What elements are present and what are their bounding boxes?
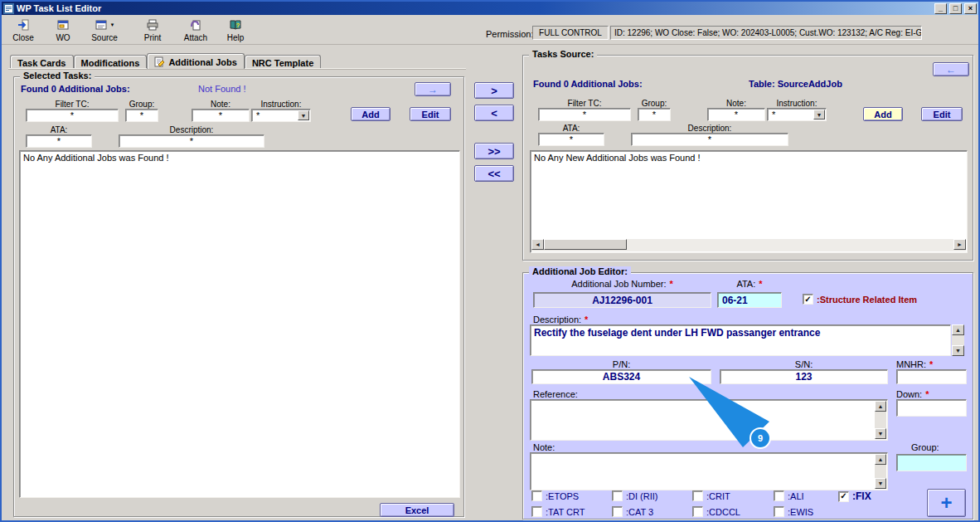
source-description-filter-field[interactable]: * — [631, 133, 788, 146]
check-icon: ✓ — [804, 295, 811, 304]
source-tasks-list[interactable]: No Any New Additional Jobs was Found ! ◄… — [530, 150, 968, 253]
source-filter-tc-field[interactable]: * — [538, 108, 631, 121]
note-scrollbar[interactable]: ▲ ▼ — [875, 454, 886, 489]
move-all-right-button[interactable]: >> — [474, 143, 514, 159]
checkbox-cdccl[interactable]: :CDCCL — [692, 506, 740, 517]
tasks-source-title: Tasks Source: — [529, 49, 597, 59]
checkbox-ewis[interactable]: :EWIS — [774, 506, 813, 517]
group-filter-field[interactable]: * — [125, 109, 158, 122]
ata-filter-field[interactable]: * — [26, 134, 92, 148]
attach-button[interactable]: Attach — [177, 17, 214, 43]
editor-description-field[interactable]: Rectify the fuselage dent under LH FWD p… — [530, 324, 951, 356]
selected-tasks-list[interactable]: No Any Additional Jobs was Found ! — [19, 150, 460, 498]
checkbox-di-rii[interactable]: :DI (RII) — [612, 490, 658, 501]
checkbox-ali[interactable]: :ALI — [774, 490, 804, 501]
help-label: Help — [227, 33, 245, 42]
selected-edit-button[interactable]: Edit — [410, 107, 451, 121]
cat3-checkbox-box[interactable] — [612, 506, 623, 517]
source-filter-tc-label: Filter TC: — [538, 99, 631, 108]
reference-field[interactable]: ▲ ▼ — [530, 399, 888, 441]
print-button[interactable]: Print — [136, 17, 169, 43]
selected-move-button[interactable]: → — [415, 82, 451, 96]
etops-checkbox-box[interactable] — [531, 490, 542, 501]
crit-checkbox-box[interactable] — [692, 490, 703, 501]
scroll-down-icon[interactable]: ▼ — [952, 345, 964, 356]
editor-group-field[interactable] — [896, 454, 967, 471]
app-window: WP Task List Editor _ □ × Close WO ▼ Sou… — [0, 0, 980, 522]
move-all-left-button[interactable]: << — [474, 165, 514, 182]
source-button[interactable]: ▼ Source — [83, 17, 126, 43]
cdccl-checkbox-box[interactable] — [692, 506, 703, 517]
wo-button[interactable]: WO — [46, 17, 80, 43]
checkbox-etops[interactable]: :ETOPS — [531, 490, 579, 501]
instruction-dropdown-icon[interactable]: ▼ — [298, 110, 309, 120]
ali-checkbox-box[interactable] — [774, 490, 784, 501]
tab-additional-jobs[interactable]: Additional Jobs — [147, 53, 245, 69]
tasks-source-panel: Tasks Source: ← Found 0 Additional Jobs:… — [522, 55, 973, 261]
minimize-button[interactable]: _ — [934, 3, 947, 14]
title-bar: WP Task List Editor _ □ × — [2, 2, 978, 15]
instruction-select[interactable]: * ▼ — [251, 109, 311, 122]
source-move-button[interactable]: ← — [933, 62, 969, 76]
tab-nrc-template[interactable]: NRC Template — [245, 55, 321, 69]
hscroll-thumb[interactable] — [544, 239, 627, 250]
plus-icon: + — [940, 493, 952, 513]
instruction-filter-label: Instruction: — [251, 100, 311, 109]
close-window-button[interactable]: × — [964, 3, 977, 14]
scroll-up-icon[interactable]: ▲ — [875, 401, 886, 412]
checkbox-crit[interactable]: :CRIT — [692, 490, 730, 501]
move-left-button[interactable]: < — [474, 105, 514, 121]
note-filter-field[interactable]: * — [192, 109, 250, 122]
add-additional-job-button[interactable]: + — [927, 489, 966, 517]
tab-task-cards[interactable]: Task Cards — [10, 55, 74, 69]
move-right-button[interactable]: > — [474, 82, 514, 99]
scroll-left-icon[interactable]: ◄ — [531, 239, 544, 250]
maximize-button[interactable]: □ — [949, 3, 962, 14]
down-field[interactable] — [896, 399, 967, 417]
filter-tc-field[interactable]: * — [26, 109, 119, 122]
editor-title: Additional Job Editor: — [529, 266, 631, 276]
job-number-field[interactable]: AJ12296-001 — [533, 292, 711, 308]
excel-button[interactable]: Excel — [380, 503, 454, 517]
structure-related-checkbox[interactable]: ✓ :Structure Related Item — [803, 294, 917, 305]
mnhr-field[interactable] — [896, 369, 967, 384]
hscroll-track[interactable] — [627, 239, 953, 251]
sn-field[interactable]: 123 — [720, 369, 888, 384]
source-dropdown-icon[interactable]: ▼ — [110, 22, 115, 27]
source-group-filter-field[interactable]: * — [638, 108, 671, 121]
structure-checkbox-box[interactable]: ✓ — [803, 294, 813, 305]
source-ata-filter-label: ATA: — [538, 124, 604, 133]
selected-add-button[interactable]: Add — [351, 107, 391, 121]
close-toolbar-button[interactable]: Close — [7, 17, 40, 43]
scroll-up-icon[interactable]: ▲ — [952, 324, 964, 335]
source-ata-filter-field[interactable]: * — [538, 133, 604, 146]
editor-note-field[interactable]: ▲ ▼ — [530, 452, 888, 490]
editor-ata-field[interactable]: 06-21 — [717, 292, 782, 308]
scroll-right-icon[interactable]: ► — [953, 239, 966, 250]
pn-field[interactable]: ABS324 — [531, 369, 711, 384]
attach-label: Attach — [184, 33, 207, 42]
checkbox-fix[interactable]: ✓:FIX — [838, 490, 871, 502]
fix-checkbox-box[interactable]: ✓ — [838, 491, 849, 502]
description-filter-field[interactable]: * — [119, 134, 264, 148]
source-instruction-select[interactable]: * ▼ — [767, 108, 827, 121]
tab-modifications[interactable]: Modifications — [74, 55, 148, 69]
reference-scrollbar[interactable]: ▲ ▼ — [875, 401, 886, 439]
source-instruction-dropdown-icon[interactable]: ▼ — [813, 110, 825, 120]
source-note-filter-field[interactable]: * — [707, 108, 765, 121]
scroll-up-icon[interactable]: ▲ — [875, 454, 886, 465]
source-edit-button[interactable]: Edit — [921, 107, 963, 121]
checkbox-tat-crt[interactable]: :TAT CRT — [531, 506, 585, 517]
ewis-checkbox-box[interactable] — [774, 506, 784, 517]
description-scrollbar[interactable]: ▲ ▼ — [952, 324, 964, 356]
help-button[interactable]: ? Help — [219, 17, 252, 43]
source-list-hscrollbar[interactable]: ◄ ► — [531, 239, 966, 251]
description-filter-label: Description: — [119, 125, 264, 134]
scroll-down-icon[interactable]: ▼ — [875, 478, 886, 489]
scroll-down-icon[interactable]: ▼ — [875, 428, 886, 439]
di-rii-checkbox-box[interactable] — [612, 490, 623, 501]
source-add-button[interactable]: Add — [863, 107, 903, 121]
tat-crt-checkbox-box[interactable] — [531, 506, 542, 517]
source-icon — [95, 18, 108, 32]
checkbox-cat3[interactable]: :CAT 3 — [612, 506, 653, 517]
